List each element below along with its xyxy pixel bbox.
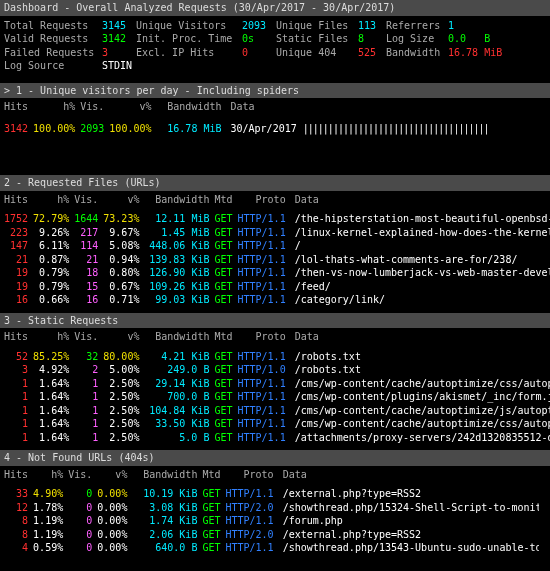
label-unique-404: Unique 404 [276, 46, 358, 60]
table-row[interactable]: 190.79%150.67%109.26 KiBGETHTTP/1.1/feed… [4, 280, 550, 294]
panel-header-notfound[interactable]: 4 - Not Found URLs (404s) [0, 450, 550, 466]
panel-header-visitors[interactable]: > 1 - Unique visitors per day - Includin… [0, 83, 550, 99]
label-bandwidth: Bandwidth [386, 46, 448, 60]
table-row[interactable]: 81.19%00.00%1.74 KiBGETHTTP/1.1/forum.ph… [4, 514, 539, 528]
val-unique-404: 525 [358, 46, 386, 60]
table-header-row: Hitsh%Vis.v%BandwidthMtdProtoData [4, 468, 539, 482]
val-total-requests: 3145 [102, 19, 136, 33]
requests-table: Hitsh%Vis.v%BandwidthMtdProtoData175272.… [4, 193, 550, 307]
dashboard-title: Dashboard - Overall Analyzed Requests (3… [0, 0, 550, 16]
val-referrers: 1 [448, 19, 454, 33]
val-log-size-unit: B [484, 32, 490, 46]
table-row[interactable]: 210.87%210.94%139.83 KiBGETHTTP/1.1/lol-… [4, 253, 550, 267]
val-unique-files: 113 [358, 19, 386, 33]
table-row[interactable]: 175272.79%164473.23%12.11 MiBGETHTTP/1.1… [4, 212, 550, 226]
label-static-files: Static Files [276, 32, 358, 46]
label-log-size: Log Size [386, 32, 448, 46]
table-row[interactable]: 160.66%160.71%99.03 KiBGETHTTP/1.1/categ… [4, 293, 550, 307]
table-row[interactable]: 11.64%12.50%5.0 BGETHTTP/1.1/attachments… [4, 431, 550, 445]
table-row[interactable]: 40.59%00.00%640.0 BGETHTTP/1.1/showthrea… [4, 541, 539, 555]
table-row[interactable]: 11.64%12.50%33.50 KiBGETHTTP/1.1/cms/wp-… [4, 417, 550, 431]
val-failed-requests: 3 [102, 46, 136, 60]
table-row[interactable]: 81.19%00.00%2.06 KiBGETHTTP/2.0/external… [4, 528, 539, 542]
label-excl-ip-hits: Excl. IP Hits [136, 46, 242, 60]
panel-header-static[interactable]: 3 - Static Requests [0, 313, 550, 329]
table-row[interactable]: 11.64%12.50%29.14 KiBGETHTTP/1.1/cms/wp-… [4, 377, 550, 391]
table-row[interactable]: 11.64%12.50%700.0 BGETHTTP/1.1/cms/wp-co… [4, 390, 550, 404]
label-valid-requests: Valid Requests [4, 32, 102, 46]
val-static-files: 8 [358, 32, 386, 46]
table-row[interactable]: 334.90%00.00%10.19 KiBGETHTTP/1.1/extern… [4, 487, 539, 501]
table-header-row: Hitsh%Vis.v%BandwidthMtdProtoData [4, 330, 550, 344]
val-excl-ip-hits: 0 [242, 46, 276, 60]
table-row[interactable]: 34.92%25.00%249.0 BGETHTTP/1.0/robots.tx… [4, 363, 550, 377]
table-row[interactable]: 5285.25%3280.00%4.21 KiBGETHTTP/1.1/robo… [4, 350, 550, 364]
val-log-source: STDIN [102, 59, 132, 73]
val-log-size: 0.0 [448, 32, 466, 46]
label-failed-requests: Failed Requests [4, 46, 102, 60]
label-unique-visitors: Unique Visitors [136, 19, 242, 33]
table-header-row: Hitsh%Vis.v%BandwidthMtdProtoData [4, 193, 550, 207]
val-unique-visitors: 2093 [242, 19, 276, 33]
table-row[interactable]: 3142 100.00% 2093 100.00% 16.78 MiB 30/A… [4, 122, 487, 136]
val-valid-requests: 3142 [102, 32, 136, 46]
dashboard-stats: Total Requests 3145 Unique Visitors 2093… [0, 16, 550, 77]
val-bandwidth: 16.78 [448, 46, 478, 60]
label-referrers: Referrers [386, 19, 448, 33]
val-bandwidth-unit: MiB [484, 46, 502, 60]
table-row[interactable]: 121.78%00.00%3.08 KiBGETHTTP/2.0/showthr… [4, 501, 539, 515]
visitors-table: Hits h% Vis. v% Bandwidth Data 3142 100.… [4, 100, 487, 135]
table-header-row: Hits h% Vis. v% Bandwidth Data [4, 100, 487, 114]
table-row[interactable]: 190.79%180.80%126.90 KiBGETHTTP/1.1/then… [4, 266, 550, 280]
val-init-proc-time: 0s [242, 32, 276, 46]
label-unique-files: Unique Files [276, 19, 358, 33]
label-init-proc-time: Init. Proc. Time [136, 32, 242, 46]
notfound-table: Hitsh%Vis.v%BandwidthMtdProtoData334.90%… [4, 468, 539, 555]
table-row[interactable]: 11.64%12.50%104.84 KiBGETHTTP/1.1/cms/wp… [4, 404, 550, 418]
bar-chart-icon: ||||||||||||||||||||||||||||||||||||||||… [303, 123, 487, 134]
static-table: Hitsh%Vis.v%BandwidthMtdProtoData5285.25… [4, 330, 550, 444]
table-row[interactable]: 2239.26%2179.67%1.45 MiBGETHTTP/1.1/linu… [4, 226, 550, 240]
table-row[interactable]: 1476.11%1145.08%448.06 KiBGETHTTP/1.1/ [4, 239, 550, 253]
panel-header-requests[interactable]: 2 - Requested Files (URLs) [0, 175, 550, 191]
label-total-requests: Total Requests [4, 19, 102, 33]
label-log-source: Log Source [4, 59, 102, 73]
